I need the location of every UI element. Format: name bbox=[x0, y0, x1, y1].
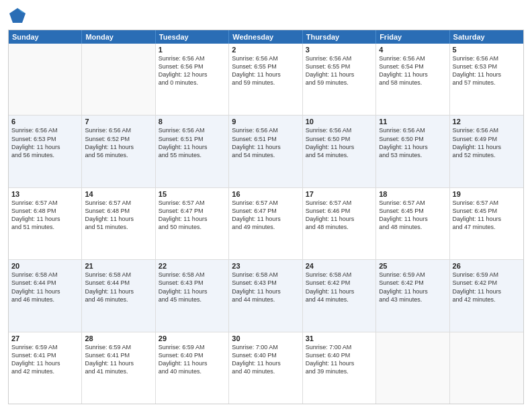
cell-detail: Sunrise: 7:00 AM Sunset: 6:40 PM Dayligh… bbox=[306, 343, 373, 376]
cell-detail: Sunrise: 6:57 AM Sunset: 6:48 PM Dayligh… bbox=[85, 199, 152, 232]
day-number: 19 bbox=[453, 190, 521, 198]
cell-detail: Sunrise: 7:00 AM Sunset: 6:40 PM Dayligh… bbox=[232, 343, 299, 376]
cal-cell-empty-4-5 bbox=[376, 332, 449, 404]
cell-detail: Sunrise: 6:57 AM Sunset: 6:45 PM Dayligh… bbox=[379, 199, 446, 232]
cal-cell-day-11: 11Sunrise: 6:56 AM Sunset: 6:50 PM Dayli… bbox=[376, 116, 449, 187]
cal-cell-day-25: 25Sunrise: 6:59 AM Sunset: 6:42 PM Dayli… bbox=[376, 260, 449, 331]
calendar-header: SundayMondayTuesdayWednesdayThursdayFrid… bbox=[9, 30, 523, 44]
cell-detail: Sunrise: 6:56 AM Sunset: 6:52 PM Dayligh… bbox=[85, 126, 152, 159]
cell-detail: Sunrise: 6:58 AM Sunset: 6:43 PM Dayligh… bbox=[232, 271, 299, 304]
cell-detail: Sunrise: 6:57 AM Sunset: 6:47 PM Dayligh… bbox=[232, 199, 299, 232]
day-number: 8 bbox=[159, 118, 226, 126]
cell-detail: Sunrise: 6:56 AM Sunset: 6:51 PM Dayligh… bbox=[232, 126, 299, 159]
cal-cell-empty-0-1 bbox=[82, 44, 155, 115]
day-number: 14 bbox=[85, 190, 152, 198]
cal-cell-day-2: 2Sunrise: 6:56 AM Sunset: 6:55 PM Daylig… bbox=[229, 44, 302, 115]
day-number: 13 bbox=[11, 190, 79, 198]
weekday-header-sunday: Sunday bbox=[9, 30, 82, 44]
page: SundayMondayTuesdayWednesdayThursdayFrid… bbox=[0, 0, 532, 411]
calendar-body: 1Sunrise: 6:56 AM Sunset: 6:56 PM Daylig… bbox=[9, 44, 523, 404]
cell-detail: Sunrise: 6:57 AM Sunset: 6:45 PM Dayligh… bbox=[453, 199, 521, 232]
cal-cell-day-6: 6Sunrise: 6:56 AM Sunset: 6:53 PM Daylig… bbox=[9, 116, 82, 187]
weekday-header-wednesday: Wednesday bbox=[229, 30, 302, 44]
cal-cell-day-19: 19Sunrise: 6:57 AM Sunset: 6:45 PM Dayli… bbox=[450, 188, 523, 259]
cal-cell-day-8: 8Sunrise: 6:56 AM Sunset: 6:51 PM Daylig… bbox=[156, 116, 229, 187]
cal-cell-day-5: 5Sunrise: 6:56 AM Sunset: 6:53 PM Daylig… bbox=[450, 44, 523, 115]
logo-icon bbox=[8, 7, 27, 26]
cal-cell-day-17: 17Sunrise: 6:57 AM Sunset: 6:46 PM Dayli… bbox=[303, 188, 376, 259]
day-number: 25 bbox=[379, 262, 446, 270]
cal-cell-day-10: 10Sunrise: 6:56 AM Sunset: 6:50 PM Dayli… bbox=[303, 116, 376, 187]
weekday-header-friday: Friday bbox=[376, 30, 449, 44]
header bbox=[8, 7, 524, 26]
day-number: 24 bbox=[306, 262, 373, 270]
cal-cell-day-12: 12Sunrise: 6:56 AM Sunset: 6:49 PM Dayli… bbox=[450, 116, 523, 187]
cal-cell-day-24: 24Sunrise: 6:58 AM Sunset: 6:42 PM Dayli… bbox=[303, 260, 376, 331]
cal-cell-day-16: 16Sunrise: 6:57 AM Sunset: 6:47 PM Dayli… bbox=[229, 188, 302, 259]
calendar-row-4: 27Sunrise: 6:59 AM Sunset: 6:41 PM Dayli… bbox=[9, 332, 523, 404]
day-number: 10 bbox=[306, 118, 373, 126]
cal-cell-day-30: 30Sunrise: 7:00 AM Sunset: 6:40 PM Dayli… bbox=[229, 332, 302, 404]
cal-cell-day-9: 9Sunrise: 6:56 AM Sunset: 6:51 PM Daylig… bbox=[229, 116, 302, 187]
day-number: 20 bbox=[11, 262, 79, 270]
cell-detail: Sunrise: 6:59 AM Sunset: 6:42 PM Dayligh… bbox=[379, 271, 446, 304]
cal-cell-day-23: 23Sunrise: 6:58 AM Sunset: 6:43 PM Dayli… bbox=[229, 260, 302, 331]
cell-detail: Sunrise: 6:57 AM Sunset: 6:46 PM Dayligh… bbox=[306, 199, 373, 232]
cell-detail: Sunrise: 6:56 AM Sunset: 6:55 PM Dayligh… bbox=[232, 54, 299, 87]
calendar-row-0: 1Sunrise: 6:56 AM Sunset: 6:56 PM Daylig… bbox=[9, 44, 523, 115]
day-number: 22 bbox=[159, 262, 226, 270]
cal-cell-day-26: 26Sunrise: 6:59 AM Sunset: 6:42 PM Dayli… bbox=[450, 260, 523, 331]
cell-detail: Sunrise: 6:56 AM Sunset: 6:56 PM Dayligh… bbox=[159, 54, 226, 87]
day-number: 17 bbox=[306, 190, 373, 198]
cell-detail: Sunrise: 6:57 AM Sunset: 6:48 PM Dayligh… bbox=[11, 199, 79, 232]
cal-cell-day-15: 15Sunrise: 6:57 AM Sunset: 6:47 PM Dayli… bbox=[156, 188, 229, 259]
cell-detail: Sunrise: 6:56 AM Sunset: 6:55 PM Dayligh… bbox=[306, 54, 373, 87]
cell-detail: Sunrise: 6:59 AM Sunset: 6:41 PM Dayligh… bbox=[85, 343, 152, 376]
cell-detail: Sunrise: 6:59 AM Sunset: 6:40 PM Dayligh… bbox=[159, 343, 226, 376]
day-number: 4 bbox=[379, 46, 446, 54]
calendar: SundayMondayTuesdayWednesdayThursdayFrid… bbox=[8, 30, 524, 404]
weekday-header-saturday: Saturday bbox=[450, 30, 523, 44]
day-number: 23 bbox=[232, 262, 299, 270]
cell-detail: Sunrise: 6:56 AM Sunset: 6:49 PM Dayligh… bbox=[453, 126, 521, 159]
weekday-header-thursday: Thursday bbox=[303, 30, 376, 44]
cal-cell-empty-4-6 bbox=[450, 332, 523, 404]
day-number: 26 bbox=[453, 262, 521, 270]
cal-cell-day-4: 4Sunrise: 6:56 AM Sunset: 6:54 PM Daylig… bbox=[376, 44, 449, 115]
cell-detail: Sunrise: 6:56 AM Sunset: 6:50 PM Dayligh… bbox=[379, 126, 446, 159]
cal-cell-day-13: 13Sunrise: 6:57 AM Sunset: 6:48 PM Dayli… bbox=[9, 188, 82, 259]
cal-cell-day-28: 28Sunrise: 6:59 AM Sunset: 6:41 PM Dayli… bbox=[82, 332, 155, 404]
day-number: 28 bbox=[85, 334, 152, 342]
cell-detail: Sunrise: 6:59 AM Sunset: 6:42 PM Dayligh… bbox=[453, 271, 521, 304]
cal-cell-day-21: 21Sunrise: 6:58 AM Sunset: 6:44 PM Dayli… bbox=[82, 260, 155, 331]
day-number: 31 bbox=[306, 334, 373, 342]
day-number: 9 bbox=[232, 118, 299, 126]
day-number: 11 bbox=[379, 118, 446, 126]
day-number: 7 bbox=[85, 118, 152, 126]
cell-detail: Sunrise: 6:56 AM Sunset: 6:53 PM Dayligh… bbox=[11, 126, 79, 159]
cell-detail: Sunrise: 6:57 AM Sunset: 6:47 PM Dayligh… bbox=[159, 199, 226, 232]
cell-detail: Sunrise: 6:58 AM Sunset: 6:42 PM Dayligh… bbox=[306, 271, 373, 304]
cal-cell-day-7: 7Sunrise: 6:56 AM Sunset: 6:52 PM Daylig… bbox=[82, 116, 155, 187]
cell-detail: Sunrise: 6:56 AM Sunset: 6:50 PM Dayligh… bbox=[306, 126, 373, 159]
cell-detail: Sunrise: 6:56 AM Sunset: 6:53 PM Dayligh… bbox=[453, 54, 521, 87]
logo bbox=[8, 7, 30, 26]
cal-cell-day-18: 18Sunrise: 6:57 AM Sunset: 6:45 PM Dayli… bbox=[376, 188, 449, 259]
cell-detail: Sunrise: 6:56 AM Sunset: 6:54 PM Dayligh… bbox=[379, 54, 446, 87]
weekday-header-monday: Monday bbox=[82, 30, 155, 44]
cal-cell-day-29: 29Sunrise: 6:59 AM Sunset: 6:40 PM Dayli… bbox=[156, 332, 229, 404]
day-number: 6 bbox=[11, 118, 79, 126]
day-number: 3 bbox=[306, 46, 373, 54]
day-number: 30 bbox=[232, 334, 299, 342]
cal-cell-day-22: 22Sunrise: 6:58 AM Sunset: 6:43 PM Dayli… bbox=[156, 260, 229, 331]
cell-detail: Sunrise: 6:58 AM Sunset: 6:44 PM Dayligh… bbox=[11, 271, 79, 304]
day-number: 2 bbox=[232, 46, 299, 54]
svg-marker-0 bbox=[9, 8, 26, 23]
calendar-row-3: 20Sunrise: 6:58 AM Sunset: 6:44 PM Dayli… bbox=[9, 259, 523, 331]
cal-cell-day-1: 1Sunrise: 6:56 AM Sunset: 6:56 PM Daylig… bbox=[156, 44, 229, 115]
day-number: 1 bbox=[159, 46, 226, 54]
calendar-row-1: 6Sunrise: 6:56 AM Sunset: 6:53 PM Daylig… bbox=[9, 115, 523, 187]
day-number: 15 bbox=[159, 190, 226, 198]
cal-cell-day-27: 27Sunrise: 6:59 AM Sunset: 6:41 PM Dayli… bbox=[9, 332, 82, 404]
weekday-header-tuesday: Tuesday bbox=[156, 30, 229, 44]
